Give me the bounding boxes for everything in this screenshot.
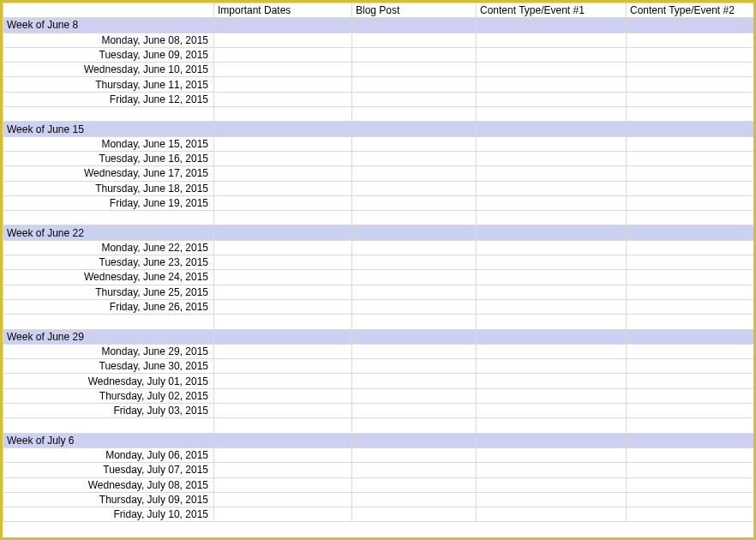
date-cell[interactable]: Thursday, June 18, 2015 <box>3 181 214 195</box>
blank-cell[interactable] <box>214 418 352 433</box>
data-cell[interactable] <box>627 33 754 47</box>
date-cell[interactable]: Thursday, June 11, 2015 <box>3 77 214 92</box>
data-cell[interactable] <box>627 463 754 477</box>
data-cell[interactable] <box>627 477 754 492</box>
data-cell[interactable] <box>214 388 352 403</box>
data-cell[interactable] <box>214 47 352 62</box>
week-header-cell[interactable] <box>352 433 477 447</box>
data-cell[interactable] <box>477 166 627 181</box>
week-label-cell[interactable]: Week of June 15 <box>3 122 214 136</box>
data-cell[interactable] <box>352 47 477 62</box>
header-date[interactable] <box>3 3 214 18</box>
data-cell[interactable] <box>214 255 352 270</box>
data-cell[interactable] <box>352 166 477 181</box>
data-cell[interactable] <box>214 492 352 507</box>
data-cell[interactable] <box>214 151 352 165</box>
data-cell[interactable] <box>352 181 477 195</box>
data-cell[interactable] <box>352 404 477 418</box>
week-label-cell[interactable]: Week of June 22 <box>3 225 214 240</box>
data-cell[interactable] <box>627 151 754 165</box>
data-cell[interactable] <box>214 136 352 151</box>
data-cell[interactable] <box>214 285 352 299</box>
data-cell[interactable] <box>627 344 754 358</box>
blank-cell[interactable] <box>477 107 627 122</box>
data-cell[interactable] <box>352 477 477 492</box>
week-header-cell[interactable] <box>477 225 627 240</box>
week-header-cell[interactable] <box>477 329 627 344</box>
data-cell[interactable] <box>477 463 627 477</box>
data-cell[interactable] <box>627 136 754 151</box>
data-cell[interactable] <box>214 63 352 77</box>
data-cell[interactable] <box>352 359 477 374</box>
week-header-cell[interactable] <box>627 122 754 136</box>
data-cell[interactable] <box>352 63 477 77</box>
date-cell[interactable]: Thursday, June 25, 2015 <box>3 285 214 299</box>
blank-cell[interactable] <box>352 107 477 122</box>
date-cell[interactable]: Monday, July 06, 2015 <box>3 447 214 462</box>
date-cell[interactable]: Tuesday, June 30, 2015 <box>3 359 214 374</box>
data-cell[interactable] <box>627 92 754 106</box>
data-cell[interactable] <box>627 374 754 388</box>
data-cell[interactable] <box>352 447 477 462</box>
data-cell[interactable] <box>352 195 477 210</box>
data-cell[interactable] <box>627 240 754 255</box>
data-cell[interactable] <box>352 374 477 388</box>
blank-cell[interactable] <box>3 418 214 433</box>
data-cell[interactable] <box>627 195 754 210</box>
data-cell[interactable] <box>352 463 477 477</box>
data-cell[interactable] <box>627 63 754 77</box>
data-cell[interactable] <box>352 92 477 106</box>
blank-cell[interactable] <box>3 107 214 122</box>
data-cell[interactable] <box>627 77 754 92</box>
data-cell[interactable] <box>477 181 627 195</box>
data-cell[interactable] <box>477 447 627 462</box>
data-cell[interactable] <box>214 166 352 181</box>
blank-cell[interactable] <box>352 315 477 329</box>
blank-cell[interactable] <box>477 211 627 225</box>
data-cell[interactable] <box>214 477 352 492</box>
week-header-cell[interactable] <box>214 433 352 447</box>
header-content-type-2[interactable]: Content Type/Event #2 <box>627 3 754 18</box>
data-cell[interactable] <box>352 255 477 270</box>
data-cell[interactable] <box>214 404 352 418</box>
data-cell[interactable] <box>627 47 754 62</box>
header-important-dates[interactable]: Important Dates <box>214 3 352 18</box>
date-cell[interactable]: Monday, June 29, 2015 <box>3 344 214 358</box>
blank-cell[interactable] <box>477 418 627 433</box>
week-header-cell[interactable] <box>214 225 352 240</box>
data-cell[interactable] <box>477 195 627 210</box>
blank-cell[interactable] <box>627 315 754 329</box>
data-cell[interactable] <box>627 270 754 285</box>
date-cell[interactable]: Monday, June 08, 2015 <box>3 33 214 47</box>
data-cell[interactable] <box>477 77 627 92</box>
date-cell[interactable]: Wednesday, June 17, 2015 <box>3 166 214 181</box>
blank-cell[interactable] <box>3 211 214 225</box>
data-cell[interactable] <box>477 507 627 522</box>
date-cell[interactable]: Friday, June 12, 2015 <box>3 92 214 106</box>
data-cell[interactable] <box>352 240 477 255</box>
week-header-cell[interactable] <box>477 18 627 33</box>
data-cell[interactable] <box>477 92 627 106</box>
data-cell[interactable] <box>627 447 754 462</box>
data-cell[interactable] <box>477 404 627 418</box>
data-cell[interactable] <box>352 270 477 285</box>
week-header-cell[interactable] <box>214 18 352 33</box>
week-header-cell[interactable] <box>352 18 477 33</box>
week-header-cell[interactable] <box>627 18 754 33</box>
data-cell[interactable] <box>627 388 754 403</box>
week-header-cell[interactable] <box>477 122 627 136</box>
data-cell[interactable] <box>477 255 627 270</box>
date-cell[interactable]: Tuesday, June 16, 2015 <box>3 151 214 165</box>
date-cell[interactable]: Wednesday, June 24, 2015 <box>3 270 214 285</box>
date-cell[interactable]: Friday, July 10, 2015 <box>3 507 214 522</box>
data-cell[interactable] <box>627 181 754 195</box>
week-header-cell[interactable] <box>627 329 754 344</box>
data-cell[interactable] <box>477 33 627 47</box>
date-cell[interactable]: Wednesday, June 10, 2015 <box>3 63 214 77</box>
data-cell[interactable] <box>477 477 627 492</box>
data-cell[interactable] <box>352 388 477 403</box>
week-header-cell[interactable] <box>477 433 627 447</box>
data-cell[interactable] <box>214 507 352 522</box>
data-cell[interactable] <box>627 166 754 181</box>
date-cell[interactable]: Tuesday, July 07, 2015 <box>3 463 214 477</box>
